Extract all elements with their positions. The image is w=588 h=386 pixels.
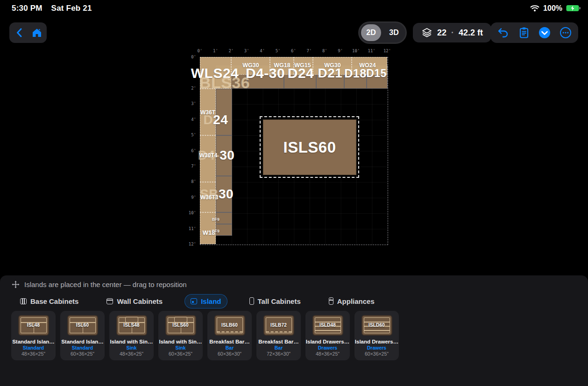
item-cards: ISL48 Standard Islan… Standard 48×36×25"…	[11, 311, 399, 360]
island-card[interactable]: ISLS60 Island with Sin… Sink 60×36×25"	[158, 311, 203, 360]
item-type-badge: Drawers	[354, 345, 399, 351]
ruler-tick: 5'	[184, 133, 196, 137]
ruler-tick: 3'	[184, 101, 196, 106]
floor-plan-canvas[interactable]: 0'1'2'3'4'5'6'7'8'9'10'11'12' 0'1'2'3'4'…	[0, 47, 588, 275]
battery-percent: 100%	[543, 4, 562, 13]
island-card[interactable]: ISLB72 Breakfast Bar… Bar 72×36×30"	[256, 311, 301, 360]
item-type-badge: Sink	[109, 345, 154, 351]
ruler-tick: 12'	[383, 49, 391, 53]
status-bar: 5:30 PM Sat Feb 21 100%	[0, 0, 588, 17]
category-tab[interactable]: Tall Cabinets	[243, 294, 307, 309]
status-time: 5:30 PM	[12, 4, 43, 13]
thumb-sink	[174, 317, 187, 323]
island-card[interactable]: ISLD60 Island Drawers… Drawers 60×36×25"	[354, 311, 399, 360]
cabinet-label-BF9: BF9	[212, 229, 220, 233]
more-options-button[interactable]	[558, 25, 574, 41]
island-card[interactable]: ISLS48 Island with Sin… Sink 48×36×25"	[109, 311, 154, 360]
item-code: ISLB60	[221, 323, 238, 328]
view-3d-button[interactable]: 3D	[384, 24, 404, 41]
summary-pill[interactable]: 22 · 42.2 ft	[413, 23, 491, 42]
home-button[interactable]	[29, 25, 45, 41]
item-dimensions: 48×36×25"	[109, 351, 154, 357]
category-tab[interactable]: Base Cabinets	[14, 294, 85, 309]
cabinet-label: 30	[219, 187, 234, 201]
item-code: ISLD60	[368, 323, 385, 328]
tab-label: Island	[201, 297, 221, 305]
ruler-tick: 0'	[184, 55, 196, 59]
island-card[interactable]: ISL48 Standard Islan… Standard 48×36×25"	[11, 311, 56, 360]
ruler-tick: 6'	[184, 148, 196, 153]
item-dimensions: 60×36×25"	[158, 351, 203, 357]
thumb-bar-overhang	[266, 331, 291, 332]
island-card[interactable]: ISLD48 Island Drawers… Drawers 48×36×25"	[305, 311, 350, 360]
island-thumbnail: ISLD48	[312, 315, 343, 336]
thumb-sink	[125, 317, 138, 323]
thumb-bar-overhang	[217, 331, 242, 332]
tab-label: Tall Cabinets	[258, 297, 301, 305]
cabinet-label: 24	[213, 112, 228, 127]
clock: 5:30 PM Sat Feb 21	[12, 4, 92, 13]
category-tab[interactable]: Appliances	[323, 294, 381, 309]
item-title: Standard Islan…	[60, 339, 105, 344]
item-code: ISLS60	[172, 323, 189, 328]
item-title: Standard Islan…	[11, 339, 56, 344]
ruler-tick: 6'	[291, 49, 296, 53]
placement-hint: Islands are placed in the center — drag …	[11, 280, 187, 288]
item-type-badge: Drawers	[305, 345, 350, 351]
view-mode-toggle: 2D 3D	[360, 23, 405, 42]
item-title: Island with Sin…	[158, 339, 203, 344]
item-code: ISLB72	[270, 323, 287, 328]
clipboard-button[interactable]	[516, 25, 532, 41]
ruler-tick: 11'	[368, 49, 375, 53]
ruler-tick: 2'	[228, 49, 234, 53]
cabinet-label: D4-30	[246, 65, 285, 81]
item-code: ISL48	[27, 323, 40, 328]
battery-charging-icon	[566, 4, 581, 13]
island-card[interactable]: ISL60 Standard Islan… Standard 60×36×25"	[60, 311, 105, 360]
base-cabinet-D24-left[interactable]	[216, 89, 232, 135]
separator-dot: ·	[451, 28, 454, 38]
back-button[interactable]	[11, 25, 27, 41]
cabinet-label: D15	[366, 67, 387, 80]
cabinet-label-W36T3: W36T3	[200, 194, 219, 201]
island-thumbnail: ISLB72	[263, 315, 294, 336]
base-cabinets-icon	[20, 298, 27, 304]
ruler-tick: 5'	[276, 49, 281, 53]
item-type-badge: Bar	[256, 345, 301, 351]
ruler-tick: 2'	[184, 86, 196, 91]
hint-text: Islands are placed in the center — drag …	[24, 281, 187, 288]
ruler-tick: 9'	[184, 195, 196, 200]
confirm-button[interactable]	[537, 25, 553, 41]
ruler-tick: 3'	[244, 49, 249, 53]
item-title: Breakfast Bar…	[256, 339, 301, 344]
item-type-badge: Bar	[207, 345, 252, 351]
cabinet-label: D21	[318, 66, 343, 81]
total-length: 42.2 ft	[459, 28, 483, 38]
cabinet-label: D18	[344, 67, 366, 80]
item-code: ISLD48	[319, 323, 336, 328]
undo-button[interactable]	[495, 25, 511, 41]
appliances-icon	[329, 297, 333, 305]
island-card[interactable]: ISLB60 Breakfast Bar… Bar 60×36×30"	[207, 311, 252, 360]
wifi-icon	[530, 3, 540, 14]
item-dimensions: 60×36×25"	[354, 351, 399, 357]
ruler-tick: 8'	[184, 179, 196, 184]
item-code: ISLS48	[123, 323, 140, 328]
category-tab[interactable]: Island	[184, 294, 227, 309]
item-title: Island Drawers…	[354, 339, 399, 344]
view-2d-button[interactable]: 2D	[361, 24, 381, 41]
item-title: Island Drawers…	[305, 339, 350, 344]
cabinet-label: 30	[220, 148, 234, 162]
item-dimensions: 48×36×25"	[11, 351, 56, 357]
ruler-tick: 7'	[307, 49, 312, 53]
layers-icon	[421, 25, 432, 41]
category-tab[interactable]: Wall Cabinets	[100, 294, 169, 309]
kitchen-designer-app: 5:30 PM Sat Feb 21 100%	[0, 0, 588, 386]
island-thumbnail: ISLD60	[361, 315, 392, 336]
island-label: ISLS60	[283, 139, 336, 156]
nav-button-group	[9, 22, 47, 43]
ruler-tick: 7'	[184, 164, 196, 168]
cabinet-label: D24	[288, 65, 314, 81]
island-icon	[191, 298, 197, 304]
item-count: 22	[437, 28, 446, 38]
